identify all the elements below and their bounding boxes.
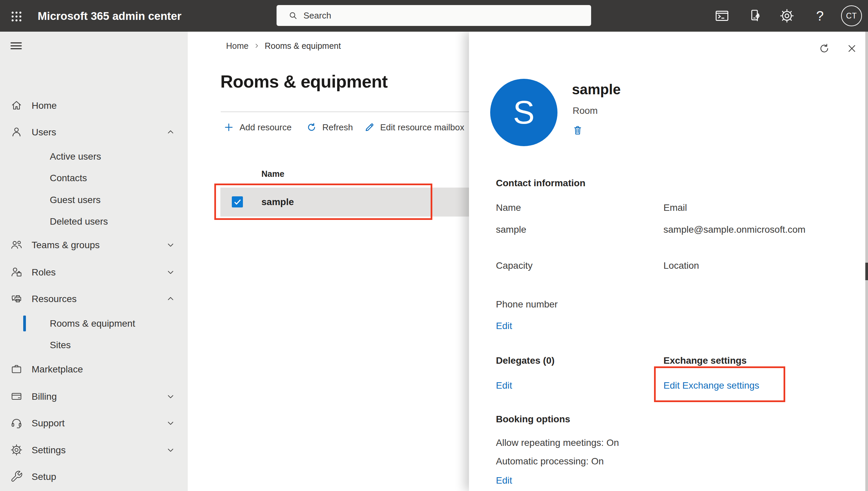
- email-label: Email: [663, 202, 687, 213]
- refresh-icon: [818, 42, 830, 55]
- panel-scrollbar-thumb[interactable]: [865, 263, 868, 280]
- sidebar-item-roles[interactable]: Roles: [0, 263, 188, 282]
- headset-icon: [10, 416, 23, 429]
- sidebar-item-users[interactable]: Users: [0, 123, 188, 141]
- panel-refresh-button[interactable]: [817, 42, 831, 55]
- chevron-down-icon: [165, 391, 176, 401]
- resources-icon: [10, 292, 23, 305]
- edit-phone-link[interactable]: Edit: [496, 320, 512, 332]
- sidebar-item-label: Rooms & equipment: [50, 318, 135, 329]
- mobile-app-button[interactable]: [747, 8, 762, 24]
- email-value: sample@sample.onmicrosoft.com: [663, 224, 805, 235]
- credit-card-icon: [10, 390, 23, 403]
- location-label: Location: [663, 260, 699, 271]
- details-panel: S sample Room Contact information Name E…: [469, 32, 868, 491]
- app-title[interactable]: Microsoft 365 admin center: [38, 10, 181, 23]
- sidebar-item-sites[interactable]: Sites: [0, 336, 188, 354]
- sidebar-item-guest-users[interactable]: Guest users: [0, 190, 188, 209]
- breadcrumb: Home Rooms & equipment: [226, 40, 341, 51]
- allow-repeating-meetings-value: Allow repeating meetings: On: [496, 437, 619, 449]
- sidebar-item-label: Guest users: [50, 195, 101, 205]
- pencil-icon: [364, 122, 375, 133]
- add-resource-button[interactable]: Add resource: [223, 120, 292, 135]
- chevron-down-icon: [165, 445, 176, 455]
- wrench-icon: [10, 470, 23, 483]
- close-icon: [846, 42, 858, 55]
- help-button[interactable]: ?: [812, 8, 828, 24]
- sidebar-item-settings[interactable]: Settings: [0, 440, 188, 459]
- sidebar-item-label: Users: [32, 127, 56, 138]
- terminal-button[interactable]: [714, 8, 730, 24]
- selected-indicator: [23, 316, 26, 331]
- nav-collapse-button[interactable]: [7, 37, 25, 55]
- edit-booking-options-link[interactable]: Edit: [496, 475, 512, 486]
- sidebar-item-teams-groups[interactable]: Teams & groups: [0, 235, 188, 254]
- settings-button[interactable]: [779, 8, 795, 24]
- sidebar-item-support[interactable]: Support: [0, 413, 188, 432]
- avatar: S: [490, 79, 557, 146]
- delete-resource-button[interactable]: [570, 123, 585, 138]
- sidebar-nav: Home Users Active users Contacts Guest u…: [0, 32, 188, 491]
- panel-close-button[interactable]: [845, 42, 859, 55]
- edit-delegates-link[interactable]: Edit: [496, 380, 512, 391]
- sidebar-item-label: Marketplace: [32, 364, 83, 375]
- sidebar-item-label: Contacts: [50, 173, 87, 183]
- waffle-icon: [9, 8, 24, 24]
- sidebar-item-active-users[interactable]: Active users: [0, 147, 188, 166]
- panel-scrollbar-track[interactable]: [865, 32, 868, 491]
- sidebar-item-label: Setup: [32, 471, 56, 482]
- sidebar-item-label: Deleted users: [50, 216, 108, 227]
- chevron-up-icon: [165, 127, 176, 137]
- sidebar-item-label: Sites: [50, 340, 71, 351]
- sidebar-item-billing[interactable]: Billing: [0, 387, 188, 406]
- sidebar-item-label: Support: [32, 418, 65, 429]
- refresh-icon: [306, 122, 317, 133]
- sidebar-item-home[interactable]: Home: [0, 96, 188, 115]
- sidebar-item-label: Active users: [50, 151, 101, 162]
- breadcrumb-current: Rooms & equipment: [265, 41, 341, 51]
- sidebar-item-label: Roles: [32, 267, 56, 278]
- refresh-button[interactable]: Refresh: [306, 120, 353, 135]
- sidebar-item-label: Settings: [32, 445, 66, 456]
- breadcrumb-home-link[interactable]: Home: [226, 41, 249, 51]
- mobile-app-icon: [747, 8, 762, 24]
- avatar-letter: S: [513, 94, 535, 131]
- sidebar-item-rooms-equipment[interactable]: Rooms & equipment: [0, 314, 188, 333]
- sidebar-item-resources[interactable]: Resources: [0, 289, 188, 308]
- table-row[interactable]: sample: [220, 187, 469, 216]
- panel-title: sample: [572, 82, 621, 98]
- sidebar-item-contacts[interactable]: Contacts: [0, 168, 188, 187]
- chevron-down-icon: [165, 267, 176, 277]
- name-label: Name: [496, 202, 521, 213]
- breadcrumb-chevron-icon: [253, 42, 260, 50]
- sidebar-item-deleted-users[interactable]: Deleted users: [0, 212, 188, 231]
- person-icon: [10, 125, 23, 138]
- chevron-up-icon: [165, 294, 176, 304]
- page-title: Rooms & equipment: [220, 71, 388, 92]
- plus-icon: [223, 122, 234, 133]
- account-avatar[interactable]: CT: [841, 5, 862, 26]
- column-header-name[interactable]: Name: [261, 169, 284, 179]
- automatic-processing-value: Automatic processing: On: [496, 456, 604, 467]
- booking-options-heading: Booking options: [496, 413, 570, 425]
- gear-icon: [779, 8, 795, 24]
- home-icon: [10, 99, 23, 112]
- row-checkbox[interactable]: [232, 196, 243, 207]
- name-value: sample: [496, 224, 526, 235]
- avatar-initials: CT: [846, 11, 857, 21]
- edit-exchange-settings-link[interactable]: Edit Exchange settings: [663, 380, 760, 391]
- sidebar-item-label: Billing: [32, 391, 57, 402]
- app-launcher-button[interactable]: [9, 8, 24, 24]
- exchange-settings-heading: Exchange settings: [663, 355, 747, 367]
- sidebar-item-label: Home: [32, 100, 57, 111]
- panel-subtitle: Room: [572, 106, 598, 116]
- sidebar-item-label: Teams & groups: [32, 240, 100, 251]
- edit-resource-mailbox-button[interactable]: Edit resource mailbox: [364, 120, 464, 135]
- search-input[interactable]: [277, 5, 591, 26]
- person-badge-icon: [10, 266, 23, 279]
- hamburger-icon: [7, 37, 25, 55]
- trash-icon: [572, 124, 583, 136]
- sidebar-item-marketplace[interactable]: Marketplace: [0, 360, 188, 378]
- sidebar-item-label: Resources: [32, 294, 77, 305]
- sidebar-item-setup[interactable]: Setup: [0, 467, 188, 486]
